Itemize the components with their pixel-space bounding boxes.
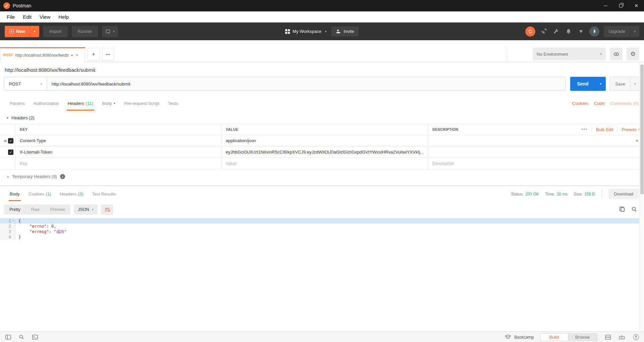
- response-tab-cookies[interactable]: Cookies (1): [24, 186, 56, 202]
- new-key-input[interactable]: Key: [15, 158, 221, 169]
- send-dropdown-button[interactable]: ▾: [595, 77, 606, 91]
- cookies-link[interactable]: Cookies: [572, 101, 588, 106]
- interceptor-button[interactable]: [540, 27, 548, 36]
- find-button[interactable]: [17, 333, 25, 341]
- runner-button[interactable]: Runner: [72, 26, 98, 37]
- code-link[interactable]: Code: [594, 101, 605, 106]
- whats-new-button[interactable]: [589, 26, 599, 37]
- code-token: "errmsg": [30, 229, 49, 234]
- close-button[interactable]: ✕: [629, 0, 644, 11]
- bootcamp-button[interactable]: Bootcamp: [505, 334, 534, 340]
- response-tab-headers[interactable]: Headers (3): [56, 186, 88, 202]
- import-button[interactable]: Import: [43, 26, 68, 37]
- sync-status-button[interactable]: [525, 26, 535, 37]
- rocket-icon: [592, 29, 597, 34]
- header-value-cell[interactable]: application/json: [221, 135, 428, 146]
- workspace-switcher[interactable]: My Workspace ▾: [285, 29, 326, 34]
- tab-prerequest-script[interactable]: Pre-request Script: [120, 95, 164, 112]
- method-select[interactable]: POST ▾: [4, 77, 47, 91]
- save-dropdown-button[interactable]: ▾: [630, 77, 640, 91]
- copy-response-button[interactable]: [619, 206, 625, 213]
- format-select[interactable]: JSON ▾: [74, 205, 98, 215]
- environment-settings-button[interactable]: ⚙: [627, 48, 639, 60]
- save-button[interactable]: Save: [610, 77, 630, 91]
- favorites-button[interactable]: ♥: [577, 27, 585, 36]
- scrollbar-thumb[interactable]: [640, 65, 644, 194]
- send-button[interactable]: Send: [570, 77, 595, 91]
- header-value-cell[interactable]: eyJhbGciOiJIUzI1NiIsInR5cCI6IkpXVCJ9.eyJ…: [221, 147, 428, 158]
- upgrade-button[interactable]: Upgrade: [604, 26, 630, 37]
- control-divider: [592, 127, 592, 132]
- menu-help[interactable]: Help: [54, 11, 73, 22]
- header-key-cell[interactable]: X-Litemall-Token: [15, 147, 221, 158]
- new-tab-button[interactable]: +: [88, 48, 100, 60]
- help-button[interactable]: ?: [632, 333, 640, 341]
- search-icon: [631, 206, 637, 212]
- view-pretty-button[interactable]: Pretty: [4, 205, 26, 215]
- invite-button[interactable]: Invite: [331, 26, 359, 37]
- wrap-lines-button[interactable]: [101, 205, 113, 215]
- header-description-cell[interactable]: ✕: [428, 135, 644, 146]
- environment-preview-button[interactable]: [610, 48, 623, 60]
- temporary-headers-expand-icon[interactable]: ▸: [7, 175, 9, 178]
- comments-link[interactable]: Comments (0): [610, 101, 639, 106]
- header-checkbox[interactable]: ✓: [8, 138, 13, 144]
- headers-section-header[interactable]: ▾ Headers (2): [0, 112, 644, 124]
- new-description-input[interactable]: Description: [428, 158, 644, 169]
- tab-body[interactable]: Body ●: [98, 95, 120, 112]
- new-window-button[interactable]: ▾: [102, 26, 118, 37]
- url-input[interactable]: [47, 77, 566, 91]
- presets-button[interactable]: Presets ▾: [622, 127, 640, 132]
- response-meta: Status: 200 OK Time: 28 ms Size: 159 B D…: [511, 189, 639, 199]
- postman-window: Postman ✕ File Edit View Help New ▾ Impo…: [0, 0, 644, 342]
- settings-wrench-button[interactable]: [552, 27, 560, 36]
- minimize-button[interactable]: [598, 0, 613, 11]
- notifications-button[interactable]: [565, 27, 573, 36]
- request-tab[interactable]: POST http://localhost:8080/wx/feedb ● ✕: [0, 47, 85, 62]
- browse-tab[interactable]: Browse: [568, 334, 597, 341]
- more-options-button[interactable]: •••: [581, 127, 588, 132]
- build-tab[interactable]: Build: [541, 334, 568, 341]
- new-value-input[interactable]: Value: [221, 158, 428, 169]
- tab-params[interactable]: Params: [5, 95, 29, 112]
- tab-options-button[interactable]: •••: [102, 48, 114, 60]
- response-tab-body[interactable]: Body: [5, 186, 24, 202]
- restore-button[interactable]: [613, 0, 629, 11]
- view-preview-button[interactable]: Preview: [45, 205, 70, 215]
- download-button[interactable]: Download: [608, 189, 639, 199]
- upgrade-dropdown-button[interactable]: ▾: [630, 26, 639, 37]
- toggle-sidebar-button[interactable]: [4, 333, 12, 341]
- shortcuts-button[interactable]: [618, 333, 626, 341]
- tab-close-icon[interactable]: ✕: [75, 53, 78, 57]
- menu-view[interactable]: View: [36, 11, 54, 22]
- drag-handle-icon[interactable]: ≡: [4, 138, 7, 144]
- app-title: Postman: [13, 3, 31, 8]
- fold-caret-icon[interactable]: ▾: [11, 218, 15, 224]
- response-body-viewer[interactable]: 1 ▾ { 2 "errno": 0, 3 "errmsg": "成功" 4: [0, 218, 644, 240]
- info-icon[interactable]: i: [60, 174, 65, 179]
- response-tab-test-results[interactable]: Test Results: [88, 186, 120, 202]
- tab-headers[interactable]: Headers (11): [63, 95, 98, 112]
- header-key-cell[interactable]: Content-Type: [15, 135, 221, 146]
- tab-headers-count: (11): [86, 101, 93, 106]
- menu-file[interactable]: File: [3, 11, 19, 22]
- bootcamp-label: Bootcamp: [514, 335, 534, 340]
- two-pane-view-button[interactable]: [604, 333, 612, 341]
- line-gutter: 1 ▾: [0, 218, 15, 224]
- vertical-scrollbar[interactable]: [639, 62, 644, 332]
- view-raw-button[interactable]: Raw: [26, 205, 45, 215]
- new-dropdown-button[interactable]: ▾: [30, 26, 39, 37]
- header-checkbox[interactable]: ✓: [8, 150, 13, 155]
- size-badge: Size: 159 B: [574, 192, 595, 196]
- new-button-group: New ▾: [5, 26, 39, 37]
- console-button[interactable]: [31, 333, 39, 341]
- search-response-button[interactable]: [631, 206, 637, 213]
- temporary-headers-title[interactable]: Temporary Headers (9): [12, 174, 57, 179]
- tab-tests[interactable]: Tests: [164, 95, 182, 112]
- menu-edit[interactable]: Edit: [19, 11, 36, 22]
- new-button[interactable]: New: [5, 26, 30, 37]
- environment-select[interactable]: No Environment ▾: [533, 48, 606, 60]
- tab-authorization[interactable]: Authorization: [29, 95, 63, 112]
- bulk-edit-button[interactable]: Bulk Edit: [596, 127, 613, 132]
- header-description-cell[interactable]: [428, 147, 644, 158]
